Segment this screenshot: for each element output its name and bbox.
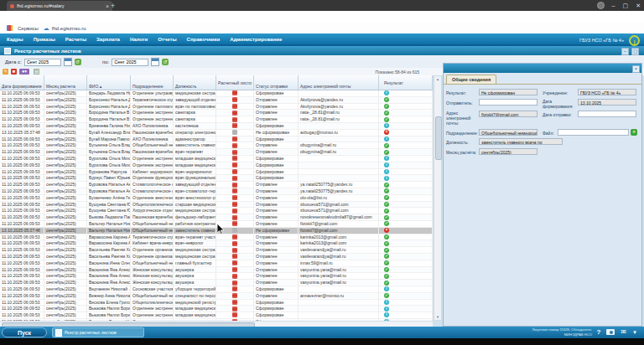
table-row[interactable]: 13.10.2025 05:37:48 сентябрь(2025) Вальт… [0,228,433,234]
column-position[interactable]: Должность [174,75,216,90]
table-row[interactable]: 13.10.2025 05:37:48 сентябрь(2025) Бугай… [0,130,433,136]
pdf-payslip-icon[interactable] [232,281,237,286]
vertical-scroll-thumb[interactable] [435,116,442,160]
bookmark-fhd[interactable]: ☁fhd.egisznso.ru [44,25,86,32]
browser-tab[interactable]: fhd.egisznso.ru/#salary × [7,1,112,11]
pdf-payslip-icon[interactable] [232,130,237,135]
column-department[interactable]: Подразделение [131,75,174,90]
pdf-payslip-icon[interactable] [232,188,237,193]
calendar-icon[interactable] [151,58,159,66]
mail-icon[interactable]: ✉ [621,328,626,336]
table-row[interactable]: 11.10.2025 06:09:53 сентябрь(2025) Борис… [0,97,433,104]
pdf-payslip-icon[interactable] [232,267,237,272]
pdf-payslip-icon[interactable] [232,97,237,102]
table-row[interactable]: 11.10.2025 06:09:53 сентябрь(2025) Васюн… [0,267,433,274]
pdf-payslip-icon[interactable] [232,150,237,155]
table-row[interactable]: 11.10.2025 06:09:53 сентябрь(2025) Васил… [0,254,433,260]
minimize-icon[interactable]: – [612,3,615,8]
date-to-input[interactable] [112,59,148,66]
panel-minimize-icon[interactable]: – [621,48,629,55]
pdf-payslip-icon[interactable] [232,312,237,317]
close-icon[interactable]: ✕ [636,3,641,9]
pdf-payslip-icon[interactable] [232,306,237,312]
pdf-payslip-icon[interactable] [232,260,237,265]
pdf-payslip-icon[interactable] [232,143,237,148]
table-row[interactable]: 11.10.2025 06:09:53 сентябрь(2025) Бушуе… [0,208,433,214]
nav-item[interactable]: Приказы [34,37,55,42]
table-row[interactable]: 11.10.2025 06:09:53 сентябрь(2025) Вежне… [0,293,433,300]
pdf-payslip-icon[interactable] [232,209,237,214]
pdf-payslip-icon[interactable] [232,90,237,95]
sender-field[interactable] [479,99,538,106]
table-row[interactable]: 11.10.2025 06:09:53 сентябрь(2025) Брежн… [0,123,433,130]
column-month[interactable]: Месяц расчета [44,75,87,90]
taskbar-tab-registry[interactable]: Реестр расчетных листков [52,327,144,337]
table-row[interactable]: 11.10.2025 06:09:53 сентябрь(2025) Бушуе… [0,202,433,209]
pdf-payslip-icon[interactable] [232,117,237,122]
table-row[interactable]: 11.10.2025 06:09:53 сентябрь(2025) Бурил… [0,156,433,162]
table-row[interactable]: 11.10.2025 06:09:53 сентябрь(2025) Бурка… [0,169,433,176]
apps-grid-icon[interactable] [7,25,13,31]
table-row[interactable]: 11.10.2025 06:09:53 сентябрь(2025) Веско… [0,300,433,306]
table-row[interactable]: 11.10.2025 06:09:53 сентябрь(2025) Вьюко… [0,306,433,312]
pdf-payslip-icon[interactable] [232,162,237,167]
table-row[interactable]: 11.10.2025 06:09:53 сентябрь(2025) Варак… [0,234,433,241]
column-status[interactable]: Статус отправки▾ [254,75,299,90]
table-row[interactable]: 11.10.2025 06:09:53 сентябрь(2025) Бонда… [0,90,433,97]
horizontal-scrollbar[interactable] [0,321,433,327]
table-row[interactable]: 11.10.2025 06:09:53 сентябрь(2025) Бугын… [0,142,433,149]
clear-date-icon[interactable]: ↺ [75,59,81,65]
table-row[interactable]: 11.10.2025 06:09:53 сентябрь(2025) Бород… [0,116,433,123]
table-row[interactable]: 11.10.2025 06:09:53 сентябрь(2025) Бород… [0,110,433,116]
attach-file-plus-button[interactable]: + [631,129,637,136]
pdf-payslip-icon[interactable] [232,123,237,128]
bookmark-services[interactable]: Сервисы [18,26,39,31]
column-fio[interactable]: ФИО ▴ [87,75,131,90]
nav-item[interactable]: Зарплата [96,37,120,42]
nav-item[interactable]: Отчеты [158,37,176,42]
pdf-payslip-icon[interactable] [232,195,237,200]
file-field[interactable] [558,129,629,136]
info-icon[interactable]: i [629,35,640,46]
help-icon[interactable]: ? [596,328,600,336]
edit-icon[interactable]: ✎ [3,69,8,75]
pdf-payslip-icon[interactable] [232,221,237,226]
scroll-up-icon[interactable]: ▲ [434,77,441,81]
table-row[interactable]: 11.10.2025 06:09:53 сентябрь(2025) Бугай… [0,136,433,143]
table-row[interactable]: 11.10.2025 06:09:53 сентябрь(2025) Борис… [0,104,433,111]
column-result[interactable]: Результат [379,75,433,90]
pdf-payslip-icon[interactable] [232,111,237,116]
pdf-payslip-icon[interactable] [232,202,237,207]
column-date[interactable]: Дата формирования [0,75,44,90]
print-icon[interactable]: ▤ [34,69,39,75]
nav-item[interactable]: Кадры [7,37,23,42]
pdf-payslip-icon[interactable] [232,176,237,181]
nav-item[interactable]: Расчеты [65,37,86,42]
column-payslip[interactable]: Расчетный листок [216,75,254,90]
start-button[interactable]: Пуск [2,327,47,337]
table-row[interactable]: 11.10.2025 06:09:53 сентябрь(2025) Бухан… [0,195,433,202]
calendar-icon[interactable] [64,58,72,66]
pdf-payslip-icon[interactable] [232,254,237,259]
table-row[interactable]: 11.10.2025 06:09:53 сентябрь(2025) Вальт… [0,221,433,228]
nav-item[interactable]: Администрирование [230,37,282,42]
pdf-payslip-icon[interactable] [232,104,237,109]
table-row[interactable]: 11.10.2025 06:09:53 сентябрь(2025) Ведча… [0,286,433,293]
table-row[interactable]: 11.10.2025 06:09:53 сентябрь(2025) Васюн… [0,280,433,286]
pdf-payslip-icon[interactable] [232,169,237,174]
pdf-payslip-icon[interactable] [232,300,237,305]
camera-icon[interactable] [606,329,615,335]
table-row[interactable]: 11.10.2025 06:09:53 сентябрь(2025) Варак… [0,240,433,247]
pdf-payslip-icon[interactable] [232,136,237,142]
pdf-payslip-icon[interactable] [232,274,237,279]
nav-item[interactable]: Налоги [130,37,148,42]
scroll-down-icon[interactable]: ▼ [434,315,441,319]
table-row[interactable]: 11.10.2025 06:09:53 сентябрь(2025) Буров… [0,188,433,195]
table-row[interactable]: 11.10.2025 06:09:53 сентябрь(2025) Васюн… [0,260,433,267]
pdf-payslip-icon[interactable] [232,228,237,233]
table-row[interactable]: 11.10.2025 06:09:53 сентябрь(2025) Быков… [0,214,433,221]
details-close-icon[interactable]: × [632,65,640,73]
pdf-payslip-icon[interactable] [232,286,237,291]
email-field[interactable]: flotskii7@gmail.com [479,111,538,117]
new-tab-button[interactable]: + [111,2,115,10]
